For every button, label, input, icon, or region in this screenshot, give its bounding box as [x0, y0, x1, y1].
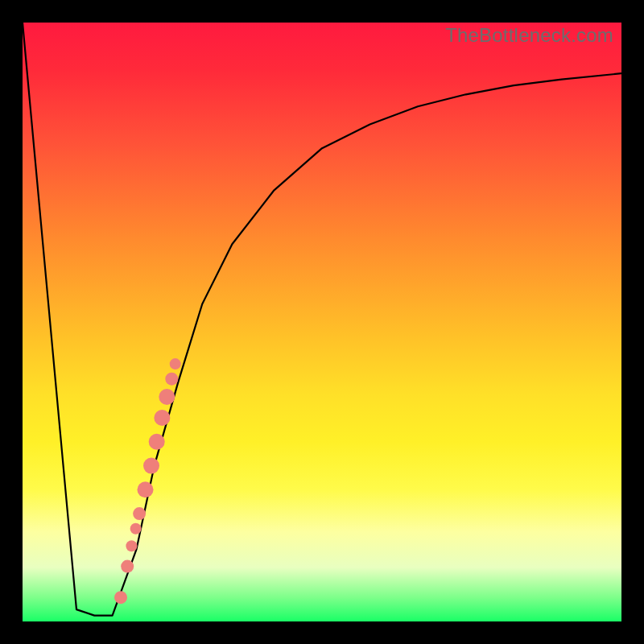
- bottleneck-curve: [23, 23, 621, 616]
- markers-layer: [114, 358, 181, 604]
- data-marker: [114, 591, 127, 604]
- data-marker: [130, 523, 142, 535]
- plot-area: TheBottleneck.com: [23, 23, 621, 621]
- data-marker: [149, 434, 165, 450]
- curve-layer: [23, 23, 621, 616]
- data-marker: [121, 560, 134, 573]
- data-marker: [154, 410, 170, 426]
- data-marker: [138, 481, 154, 497]
- data-marker: [170, 358, 181, 369]
- data-marker: [143, 458, 159, 474]
- data-marker: [133, 507, 146, 520]
- chart-svg: [23, 23, 621, 621]
- chart-frame: TheBottleneck.com: [0, 0, 644, 644]
- data-marker: [159, 389, 175, 405]
- data-marker: [165, 373, 178, 386]
- data-marker: [126, 540, 137, 551]
